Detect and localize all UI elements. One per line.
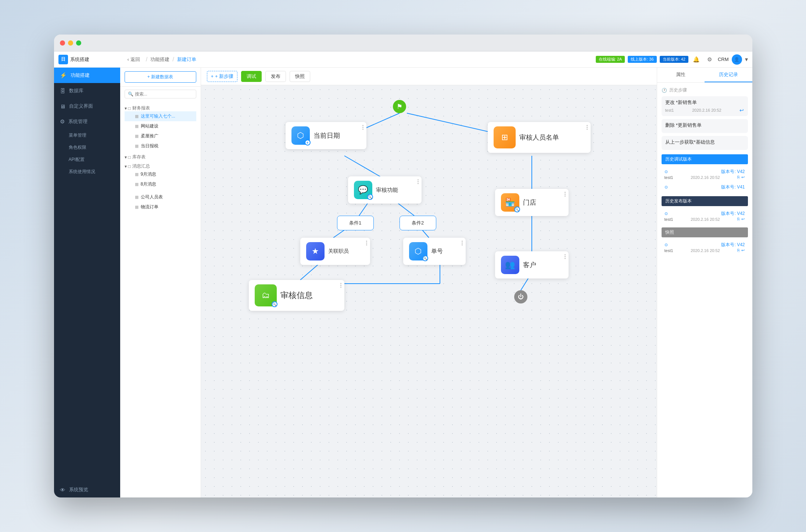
app-container: 日 系统搭建 ‹ 返回 / 功能搭建 / 新建订单 在线端编: 2A 线上版本:… — [54, 51, 752, 497]
restore-action[interactable]: ↩ — [741, 175, 745, 180]
flag-icon: ⚑ — [397, 103, 402, 111]
sidebar-sub-roles[interactable]: 角色权限 — [69, 141, 120, 154]
version-section-release: 历史发布版本 ⊙ 版本号: V42 test1 2020.2.16 20:52 — [662, 196, 748, 224]
node-customer-icon: 👥 — [501, 256, 519, 274]
node-approve-func[interactable]: 💬 🔍 审核功能 — [348, 176, 422, 204]
restore-action3[interactable]: ↩ — [741, 248, 745, 253]
node-audit-info[interactable]: 🗂 🔍 审核信息 — [249, 280, 344, 311]
sidebar-item-preview[interactable]: 👁 系统预览 — [54, 482, 120, 497]
version-release-0-user: test1 — [664, 217, 673, 222]
node-customer-menu[interactable] — [565, 254, 566, 259]
node-audit-menu[interactable] — [340, 283, 341, 288]
search-input[interactable] — [135, 91, 193, 97]
circle-icon: ⊙ — [664, 169, 668, 174]
star-icon: ★ — [312, 247, 319, 256]
sidebar-item-system[interactable]: ⚙ 系统管理 — [54, 114, 120, 129]
sidebar-item-features[interactable]: ⚡ 功能搭建 — [54, 68, 120, 83]
history-user-0: test1 — [665, 108, 674, 112]
dropdown-icon[interactable]: ▾ — [745, 56, 748, 63]
minimize-button[interactable] — [68, 40, 73, 46]
canvas-toolbar: + + 新步骤 调试 发布 快照 — [201, 68, 657, 85]
node-staff-menu[interactable] — [366, 241, 367, 245]
node-audit-icon: 🗂 🔍 — [255, 284, 277, 306]
history-title: 🕐 历史步骤 — [662, 87, 748, 93]
node-current-date[interactable]: ⬡ + 当前日期 — [286, 122, 366, 149]
condition-node-2[interactable]: 条件2 — [400, 216, 436, 230]
node-date-menu[interactable] — [362, 125, 363, 130]
node-approve-menu[interactable] — [418, 179, 419, 184]
node-search-badge: 🔍 — [367, 194, 373, 200]
node-order-menu[interactable] — [462, 241, 463, 245]
nav-separator2: / — [172, 56, 174, 63]
history-action-icon-0[interactable]: ↩ — [739, 107, 744, 113]
publish-button[interactable]: 发布 — [265, 71, 286, 82]
node-order-no[interactable]: ⬡ 🔍 单号 — [403, 238, 466, 265]
tree-item-sep-msg-label: 9月消息 — [141, 171, 157, 177]
node-store[interactable]: 🏪 🔍 门店 — [495, 189, 569, 216]
sidebar-sub-menu-manage[interactable]: 菜单管理 — [69, 129, 120, 141]
user-avatar[interactable]: 👤 — [732, 54, 742, 65]
copy-action[interactable]: ⎘ — [737, 175, 740, 180]
tab-history[interactable]: 历史记录 — [705, 68, 752, 82]
clock-icon: 🕐 — [662, 88, 667, 93]
crm-label: CRM — [718, 57, 729, 62]
top-bar: 日 系统搭建 ‹ 返回 / 功能搭建 / 新建订单 在线端编: 2A 线上版本:… — [54, 51, 752, 68]
version-debug-0-num: 版本号: V42 — [721, 169, 745, 175]
sidebar-item-database[interactable]: 🗄 数据库 — [54, 83, 120, 98]
condition-node-1[interactable]: 条件1 — [337, 216, 374, 230]
sidebar: ⚡ 功能搭建 🗄 数据库 🖥 自定义界面 ⚙ 系统管理 菜单管理 角色权 — [54, 68, 120, 497]
version-debug-1-row: ⊙ 版本号: V41 — [664, 184, 745, 190]
snapshot-button[interactable]: 快照 — [290, 71, 310, 82]
tab-properties[interactable]: 属性 — [657, 68, 705, 82]
table-icon7: ▦ — [135, 195, 139, 200]
sidebar-sub-api[interactable]: API配置 — [69, 154, 120, 166]
people-icon: 👥 — [505, 260, 515, 270]
maximize-button[interactable] — [76, 40, 81, 46]
canvas-area: + + 新步骤 调试 发布 快照 — [201, 68, 657, 497]
tree-item-channel[interactable]: ▦ 柔厘推广 — [125, 131, 196, 141]
tree-group-finance-header[interactable]: ▾ □ 财务报表 — [125, 105, 196, 111]
node-reviewer-menu[interactable] — [587, 125, 588, 130]
cube-icon: ⬡ — [297, 131, 304, 140]
node-store-label: 门店 — [523, 198, 536, 207]
sidebar-item-ui[interactable]: 🖥 自定义界面 — [54, 98, 120, 114]
add-step-button[interactable]: + + 新步骤 — [207, 71, 238, 82]
add-table-button[interactable]: + 新建数据表 — [125, 71, 196, 83]
notification-icon[interactable]: 🔔 — [691, 54, 702, 65]
node-reviewer-list[interactable]: ⊞ 审核人员名单 — [488, 122, 591, 153]
canvas-background[interactable]: ⚑ ⬡ + 当前日期 — [201, 85, 657, 497]
start-node[interactable]: ⚑ — [393, 100, 406, 113]
online-status-badge: 在线端编: 2A — [596, 56, 625, 63]
version-snapshot-0-row: ⊙ 版本号: V42 — [664, 242, 745, 248]
tree-group-msg-header[interactable]: ▾ □ 消息汇总 — [125, 163, 196, 169]
test-button[interactable]: 调试 — [241, 71, 262, 82]
right-panel-content: 🕐 历史步骤 更改 *新销售单 test1 2020.2.16 20:52 ↩ — [657, 83, 752, 497]
version-section-debug: 历史调试版本 ⊙ 版本号: V42 test1 2020.2.16 20:52 — [662, 154, 748, 193]
tree-group-inventory-header[interactable]: ▾ □ 库存表 — [125, 154, 196, 160]
back-button[interactable]: ‹ 返回 — [125, 55, 143, 64]
end-node[interactable]: ⏻ — [514, 290, 527, 303]
tree-item-staff-list[interactable]: ▦ 公司人员表 — [125, 192, 196, 202]
node-related-staff[interactable]: ★ 关联职员 — [300, 238, 370, 265]
close-button[interactable] — [60, 40, 65, 46]
node-customer[interactable]: 👥 客户 — [495, 251, 569, 278]
tree-item-sep-msg[interactable]: ▦ 9月消息 — [125, 169, 196, 179]
tree-item-input7[interactable]: ▦ 这里可输入七个... — [125, 111, 196, 121]
node-order-icon: ⬡ 🔍 — [409, 242, 427, 260]
tree-item-aug-msg[interactable]: ▦ 8月消息 — [125, 179, 196, 189]
history-meta-0: test1 2020.2.16 20:52 ↩ — [665, 107, 744, 113]
node-store-menu[interactable] — [565, 192, 566, 197]
tree-item-website[interactable]: ▦ 网站建设 — [125, 121, 196, 131]
node-store-icon: 🏪 🔍 — [501, 193, 519, 212]
copy-action3[interactable]: ⎘ — [737, 248, 740, 253]
restore-action2[interactable]: ↩ — [741, 217, 745, 222]
settings-icon[interactable]: ⚙ — [705, 54, 715, 65]
tree-item-daily-tax[interactable]: ▦ 当日报税 — [125, 141, 196, 151]
sidebar-sub-usage[interactable]: 系统使用情况 — [69, 166, 120, 178]
table-icon5: ▦ — [135, 172, 139, 177]
copy-action2[interactable]: ⎘ — [737, 217, 740, 222]
features-icon: ⚡ — [60, 72, 67, 79]
history-op-0: 更改 *新销售单 — [665, 99, 744, 106]
sidebar-item-ui-label: 自定义界面 — [69, 103, 93, 109]
tree-item-logistics[interactable]: ▦ 物流订单 — [125, 202, 196, 212]
